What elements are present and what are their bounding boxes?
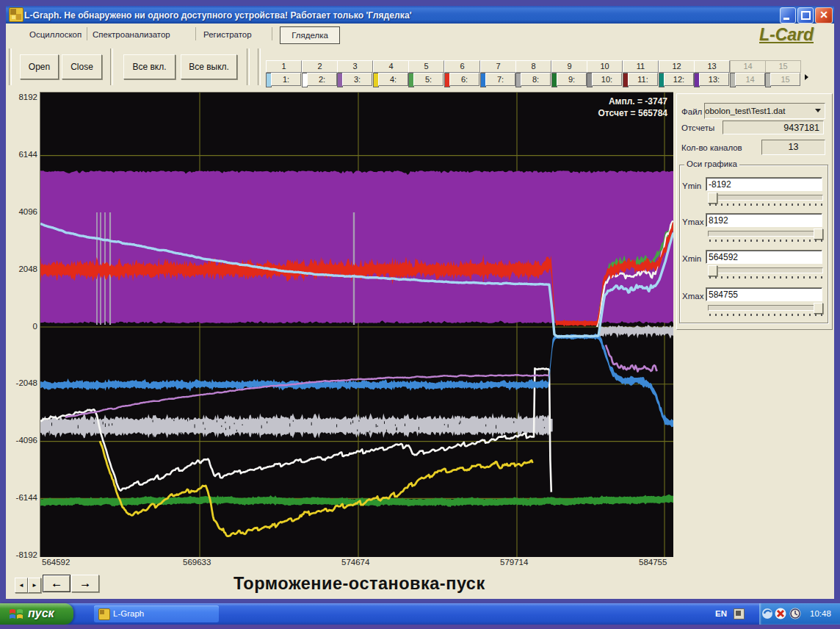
svg-text:Отсчет = 565784: Отсчет = 565784	[598, 108, 668, 118]
svg-text:Ампл. = -3747: Ампл. = -3747	[609, 96, 667, 107]
